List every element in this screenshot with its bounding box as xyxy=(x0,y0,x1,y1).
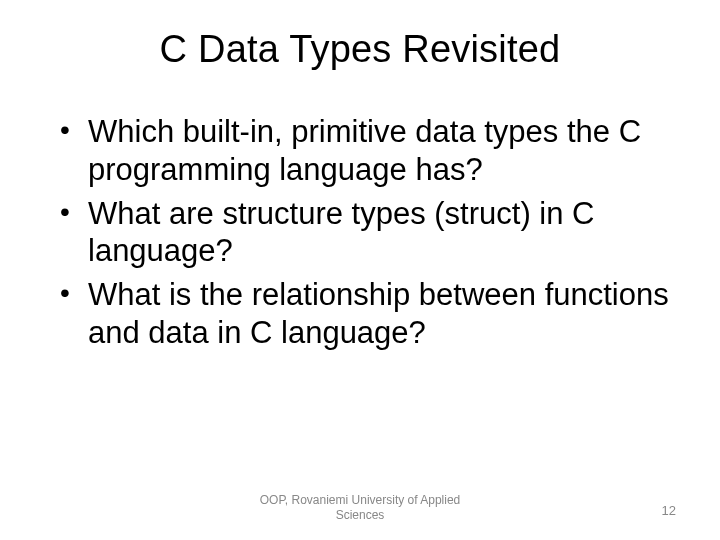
footer: OOP, Rovaniemi University of Applied Sci… xyxy=(0,493,720,522)
bullet-item: What are structure types (struct) in C l… xyxy=(58,195,670,271)
footer-text: OOP, Rovaniemi University of Applied Sci… xyxy=(250,493,470,522)
bullet-item: What is the relationship between functio… xyxy=(58,276,670,352)
slide: C Data Types Revisited Which built-in, p… xyxy=(0,0,720,540)
slide-title: C Data Types Revisited xyxy=(50,28,670,71)
page-number: 12 xyxy=(662,503,676,518)
bullet-list: Which built-in, primitive data types the… xyxy=(50,113,670,352)
bullet-item: Which built-in, primitive data types the… xyxy=(58,113,670,189)
